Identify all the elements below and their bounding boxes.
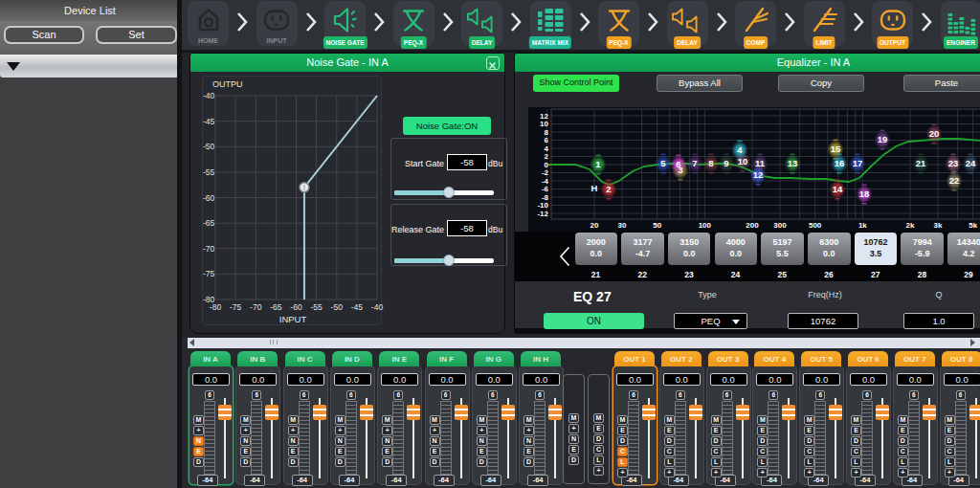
svg-text:1: 1 [595, 159, 601, 169]
svg-text:14: 14 [833, 184, 843, 194]
svg-text:5: 5 [660, 158, 666, 168]
svg-text:12: 12 [753, 169, 764, 180]
svg-text:11: 11 [755, 158, 766, 168]
svg-text:15: 15 [831, 144, 841, 154]
svg-text:7: 7 [692, 158, 697, 168]
svg-text:17: 17 [853, 158, 863, 168]
svg-text:18: 18 [859, 189, 870, 199]
svg-text:22: 22 [949, 175, 960, 186]
svg-text:19: 19 [878, 134, 888, 144]
svg-text:20: 20 [929, 128, 940, 139]
svg-text:4: 4 [737, 144, 743, 155]
svg-text:10: 10 [738, 156, 748, 166]
svg-text:16: 16 [835, 158, 845, 168]
svg-text:2: 2 [606, 184, 611, 194]
svg-text:24: 24 [966, 158, 976, 168]
svg-text:H: H [591, 183, 598, 193]
svg-text:6: 6 [676, 159, 680, 169]
svg-text:13: 13 [788, 158, 798, 168]
svg-text:9: 9 [724, 158, 728, 168]
svg-text:8: 8 [708, 158, 713, 168]
svg-text:23: 23 [948, 158, 959, 168]
svg-text:21: 21 [916, 158, 926, 168]
